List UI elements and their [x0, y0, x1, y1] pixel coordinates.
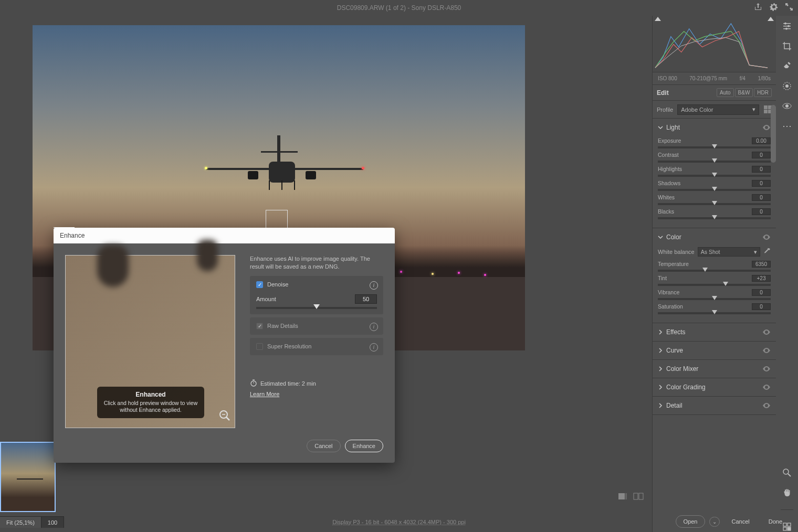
panel-scrollbar[interactable]: [771, 105, 776, 163]
profile-select[interactable]: Adobe Color ▾: [677, 104, 759, 115]
wb-label: White balance: [658, 249, 695, 255]
mask-icon[interactable]: [782, 81, 792, 91]
effects-section-header[interactable]: Effects: [653, 323, 776, 341]
blacks-value[interactable]: 0: [752, 208, 771, 215]
stopwatch-icon: [250, 379, 257, 388]
open-button[interactable]: Open: [676, 515, 706, 528]
saturation-slider[interactable]: [658, 312, 771, 314]
vibrance-value[interactable]: 0: [752, 289, 771, 296]
share-icon[interactable]: [754, 3, 762, 13]
fullscreen-icon[interactable]: [785, 3, 793, 13]
view-compare-icon[interactable]: [633, 492, 644, 501]
shadows-slider[interactable]: [658, 189, 771, 191]
magnifier-icon[interactable]: [219, 410, 230, 423]
hand-tool-icon[interactable]: [782, 487, 792, 498]
histogram[interactable]: [653, 16, 776, 72]
window-title: DSC09809.ARW (1 of 2) - Sony DSLR-A850: [337, 4, 461, 12]
chevron-right-icon: [658, 348, 663, 353]
chevron-down-icon: [658, 235, 663, 240]
dialog-cancel-button[interactable]: Cancel: [307, 440, 340, 452]
whites-slider-row: Whites0: [658, 194, 771, 205]
crop-icon[interactable]: [782, 41, 792, 51]
highlights-value[interactable]: 0: [752, 166, 771, 173]
plane-subject: [206, 130, 363, 193]
contrast-slider-row: Contrast0: [658, 152, 771, 163]
temperature-slider[interactable]: [658, 270, 771, 272]
eye-icon[interactable]: [762, 366, 771, 371]
presets-icon[interactable]: ⋯: [782, 121, 792, 131]
super-resolution-checkbox: [256, 343, 263, 350]
temperature-value[interactable]: 6350: [752, 261, 771, 268]
shadow-clip-indicator[interactable]: [655, 17, 661, 21]
zoom-tool-icon[interactable]: [782, 467, 792, 478]
eye-icon[interactable]: [762, 125, 771, 130]
done-button[interactable]: Done: [761, 515, 790, 528]
chevron-right-icon: [658, 385, 663, 390]
status-text[interactable]: Display P3 - 16 bit - 6048 x 4032 (24,4M…: [332, 519, 466, 525]
settings-gear-icon[interactable]: [770, 3, 778, 13]
hdr-button[interactable]: HDR: [754, 88, 772, 97]
shadows-slider-row: Shadows0: [658, 180, 771, 191]
learn-more-link[interactable]: Learn More: [250, 391, 383, 397]
photo-metadata: ISO 80070-210@75 mmf/41/80s: [653, 72, 776, 85]
tint-slider[interactable]: [658, 284, 771, 286]
eye-icon[interactable]: [762, 329, 771, 335]
saturation-value[interactable]: 0: [752, 303, 771, 310]
shadows-value[interactable]: 0: [752, 180, 771, 187]
eye-icon[interactable]: [762, 348, 771, 353]
eyedropper-icon[interactable]: [763, 248, 771, 256]
tool-strip: ⋯: [776, 16, 798, 532]
mixer-section-header[interactable]: Color Mixer: [653, 360, 776, 378]
svg-rect-16: [788, 62, 791, 65]
open-dropdown-icon[interactable]: ⌄: [709, 517, 720, 527]
highlights-slider[interactable]: [658, 175, 771, 177]
cancel-button[interactable]: Cancel: [724, 515, 757, 528]
svg-rect-0: [618, 493, 625, 499]
amount-input[interactable]: [355, 294, 377, 304]
view-single-icon[interactable]: [617, 492, 628, 501]
eye-icon[interactable]: [762, 235, 771, 240]
whites-slider[interactable]: [658, 203, 771, 205]
svg-rect-2: [634, 493, 638, 499]
curve-section-header[interactable]: Curve: [653, 342, 776, 359]
contrast-value[interactable]: 0: [752, 152, 771, 158]
light-section-header[interactable]: Light: [653, 119, 776, 136]
saturation-slider-row: Saturation0: [658, 303, 771, 314]
svg-rect-3: [639, 493, 643, 499]
contrast-slider[interactable]: [658, 161, 771, 163]
redeye-icon[interactable]: [782, 101, 792, 111]
detail-section-header[interactable]: Detail: [653, 397, 776, 414]
tint-value[interactable]: +23: [752, 275, 771, 282]
dialog-description: Enhance uses AI to improve image quality…: [250, 255, 383, 271]
bw-button[interactable]: B&W: [735, 88, 753, 97]
eye-icon[interactable]: [762, 403, 771, 408]
exposure-slider-row: Exposure0.00: [658, 137, 771, 148]
whites-value[interactable]: 0: [752, 194, 771, 201]
chevron-right-icon: [658, 366, 663, 371]
grading-section-header[interactable]: Color Grading: [653, 378, 776, 396]
eye-icon[interactable]: [762, 385, 771, 390]
denoise-checkbox[interactable]: ✓: [256, 281, 263, 288]
super-resolution-info-icon[interactable]: i: [370, 343, 378, 352]
canvas-area: Fit (25,1%) 100 Enhance Enhanced Click a…: [0, 16, 652, 532]
edit-sliders-icon[interactable]: [782, 21, 792, 31]
color-section-header[interactable]: Color: [653, 228, 776, 246]
raw-details-info-icon[interactable]: i: [370, 323, 378, 331]
vibrance-slider[interactable]: [658, 298, 771, 300]
auto-button[interactable]: Auto: [717, 88, 734, 97]
exposure-slider[interactable]: [658, 146, 771, 148]
amount-slider[interactable]: [256, 307, 377, 309]
chevron-right-icon: [658, 329, 663, 335]
chevron-down-icon: [658, 125, 663, 130]
dialog-enhance-button[interactable]: Enhance: [345, 440, 383, 452]
blacks-slider[interactable]: [658, 217, 771, 219]
highlight-clip-indicator[interactable]: [768, 17, 774, 21]
wb-select[interactable]: As Shot▾: [698, 247, 760, 257]
chevron-right-icon: [658, 403, 663, 408]
enhance-preview[interactable]: Enhanced Click and hold preview window t…: [65, 255, 235, 428]
filmstrip-thumbnail[interactable]: [0, 442, 56, 512]
healing-icon[interactable]: [782, 61, 792, 71]
denoise-info-icon[interactable]: i: [370, 281, 378, 290]
exposure-value[interactable]: 0.00: [752, 137, 771, 144]
edit-heading: Edit: [657, 89, 669, 97]
